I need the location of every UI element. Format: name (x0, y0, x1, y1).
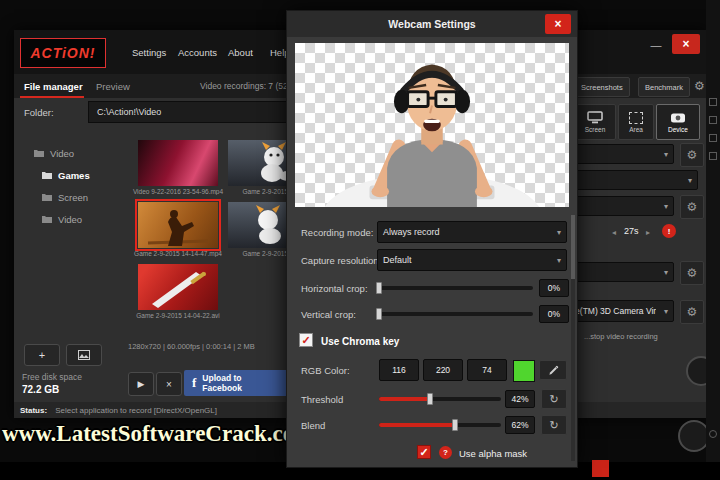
play-button[interactable]: ▶ (128, 372, 154, 396)
settings-dropdown[interactable]: ▾ (576, 196, 674, 216)
monitor-icon (587, 111, 603, 124)
slider-handle[interactable] (452, 419, 458, 431)
benchmark-button[interactable]: Benchmark (638, 77, 690, 97)
capture-mode-screen-button[interactable]: Screen (574, 104, 616, 140)
capture-mode-device-button[interactable]: Device (656, 104, 700, 140)
screenshots-button[interactable]: Screenshots (574, 77, 630, 97)
rgb-b-input[interactable]: 74 (467, 359, 507, 381)
gear-icon: ⚙ (687, 306, 698, 318)
sidebar-item-label: Video (50, 148, 74, 159)
folder-icon (42, 215, 52, 223)
settings-gear-icon[interactable]: ⚙ (694, 74, 705, 98)
slider-handle[interactable] (427, 393, 433, 405)
check-icon: ✓ (301, 335, 310, 346)
window-close-button[interactable]: × (672, 34, 700, 54)
chevron-down-icon: ▾ (688, 176, 692, 185)
tab-preview[interactable]: Preview (96, 74, 130, 98)
chroma-key-checkbox[interactable]: ✓ (299, 333, 313, 347)
sidebar-item-video[interactable]: Video (34, 146, 74, 160)
help-icon[interactable]: ? (439, 446, 452, 459)
blend-row: Blend 62% ↻ (287, 415, 579, 435)
scrollbar-thumb[interactable] (571, 215, 575, 279)
dock-icon[interactable] (709, 152, 717, 160)
chevron-down-icon: ▾ (664, 268, 668, 277)
area-icon (629, 112, 643, 124)
recording-mode-select[interactable]: Always record ▾ (377, 221, 567, 243)
settings-dropdown[interactable]: ▾ (576, 144, 674, 164)
device-icon (670, 112, 686, 124)
add-folder-button[interactable]: + (24, 344, 60, 366)
chevron-down-icon: ▾ (557, 228, 561, 237)
gear-icon: ⚙ (687, 201, 698, 213)
folder-path-input[interactable]: C:\Action!\Video (88, 101, 288, 123)
video-thumbnail-label: Game 2-9-2015 14-04-22.avi (132, 312, 224, 319)
menu-accounts[interactable]: Accounts (178, 30, 217, 74)
upload-facebook-button[interactable]: f Upload to Facebook (184, 370, 288, 396)
blend-reset-button[interactable]: ↻ (541, 415, 567, 435)
dialog-titlebar: Webcam Settings × (287, 11, 577, 37)
delete-button[interactable]: × (156, 372, 182, 396)
video-thumbnail-label: Game 2-9-2015 14-14-47.mp4 (132, 250, 224, 257)
threshold-reset-button[interactable]: ↻ (541, 389, 567, 409)
capture-resolution-select[interactable]: Default ▾ (377, 249, 567, 271)
video-thumbnail[interactable] (138, 140, 218, 186)
game-thumbnail-art (138, 202, 218, 248)
dock-icon[interactable] (709, 430, 717, 438)
menu-settings[interactable]: Settings (132, 30, 166, 74)
sidebar-item-screen[interactable]: Screen (42, 190, 88, 204)
chevron-down-icon: ▾ (664, 307, 668, 316)
vertical-crop-slider[interactable] (379, 312, 533, 316)
folder-icon (42, 171, 52, 179)
video-thumbnail-label: Video 9-22-2016 23-54-96.mp4 (132, 188, 224, 195)
threshold-slider[interactable] (379, 397, 501, 401)
dialog-scrollbar[interactable] (571, 215, 575, 461)
alpha-mask-checkbox[interactable]: ✓ (417, 445, 431, 459)
alpha-mask-label: Use alpha mask (459, 448, 527, 459)
taskbar-action-icon[interactable] (592, 460, 609, 477)
horizontal-crop-slider[interactable] (379, 286, 533, 290)
webcam-preview (295, 43, 569, 207)
menu-about[interactable]: About (228, 30, 253, 74)
capture-mode-area-button[interactable]: Area (618, 104, 654, 140)
capture-mode-label: Screen (585, 126, 606, 133)
rgb-r-input[interactable]: 116 (379, 359, 419, 381)
chevron-down-icon: ▾ (664, 202, 668, 211)
dock-icon[interactable] (709, 98, 717, 106)
video-thumbnail-selected[interactable] (138, 202, 218, 248)
reset-icon: ↻ (549, 393, 558, 406)
decrease-arrow-icon[interactable]: ◂ (612, 228, 616, 237)
dialog-close-button[interactable]: × (545, 14, 571, 34)
minimize-button[interactable]: — (644, 36, 668, 54)
settings-dropdown[interactable]: ▾ (576, 170, 698, 190)
upload-facebook-label: Upload to Facebook (202, 373, 280, 393)
tab-file-manager[interactable]: File manager (24, 74, 83, 98)
hint-text: ...stop video recording (584, 332, 658, 341)
video-thumbnail[interactable] (138, 264, 218, 310)
rgb-color-row: RGB Color: 116 220 74 (287, 359, 579, 381)
gallery-button[interactable] (66, 344, 102, 366)
settings-gear-button[interactable]: ⚙ (680, 143, 704, 167)
threshold-value: 42% (505, 390, 535, 408)
slider-handle[interactable] (376, 308, 382, 320)
facebook-icon: f (192, 375, 196, 391)
increase-arrow-icon[interactable]: ▸ (646, 228, 650, 237)
webcam-person-image (295, 43, 569, 207)
status-text: Select application to record [DirectX/Op… (55, 406, 217, 415)
sidebar-item-games[interactable]: Games (42, 168, 90, 182)
blend-slider[interactable] (379, 423, 501, 427)
eyedropper-button[interactable] (539, 360, 567, 380)
settings-dropdown[interactable]: ▾ (576, 262, 674, 282)
dock-icon[interactable] (709, 134, 717, 142)
settings-gear-button[interactable]: ⚙ (680, 300, 704, 324)
dock-icon[interactable] (709, 116, 717, 124)
slider-handle[interactable] (376, 282, 382, 294)
settings-gear-button[interactable]: ⚙ (680, 195, 704, 219)
timeshift-value: 27s (624, 226, 639, 236)
sidebar-item-video2[interactable]: Video (42, 212, 82, 226)
gear-icon: ⚙ (687, 149, 698, 161)
threshold-row: Threshold 42% ↻ (287, 389, 579, 409)
settings-gear-button[interactable]: ⚙ (680, 261, 704, 285)
rgb-g-input[interactable]: 220 (423, 359, 463, 381)
chevron-down-icon: ▾ (664, 150, 668, 159)
image-icon (78, 350, 90, 360)
